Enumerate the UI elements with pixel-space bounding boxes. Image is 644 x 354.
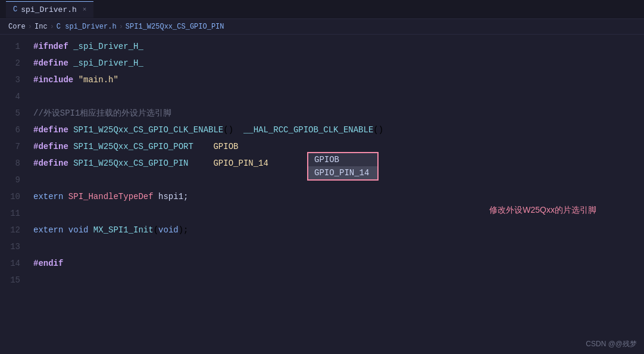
code-line-4: 4 (0, 88, 644, 105)
line-content-3: #include "main.h" (31, 72, 644, 88)
close-icon[interactable]: × (83, 6, 87, 13)
line-num-7: 7 (0, 138, 31, 155)
line-num-12: 12 (0, 222, 31, 238)
code-line-5: 5 //外设SPI1相应挂载的外设片选引脚 (0, 105, 644, 122)
code-line-14: 14 #endif (0, 255, 644, 272)
line-num-4: 4 (0, 88, 31, 105)
annotation-text: 修改外设W25Qxx的片选引脚 (489, 205, 596, 216)
line-num-2: 2 (0, 55, 31, 72)
code-line-15: 15 (0, 272, 644, 288)
line-content-10: extern SPI_HandleTypeDef hspi1; (31, 188, 644, 205)
line-num-5: 5 (0, 105, 31, 122)
line-num-3: 3 (0, 72, 31, 88)
code-editor: 1 #ifndef _spi_Driver_H_ 2 #define _spi_… (0, 35, 644, 354)
suggestion-dropdown[interactable]: GPIOB GPIO_PIN_14 (307, 152, 379, 181)
line-content-6: #define SPI1_W25Qxx_CS_GPIO_CLK_ENABLE()… (31, 122, 644, 138)
code-line-10: 10 extern SPI_HandleTypeDef hspi1; (0, 188, 644, 205)
code-line-13: 13 (0, 238, 644, 255)
breadcrumb-symbol[interactable]: SPI1_W25Qxx_CS_GPIO_PIN (126, 23, 224, 31)
breadcrumb-file[interactable]: C spi_Driver.h (57, 23, 117, 31)
breadcrumb-core[interactable]: Core (8, 23, 26, 31)
code-line-12: 12 extern void MX_SPI1_Init(void); (0, 222, 644, 238)
line-num-10: 10 (0, 188, 31, 205)
suggestion-item-gpiob[interactable]: GPIOB (308, 153, 377, 166)
breadcrumb-inc[interactable]: Inc (35, 23, 48, 31)
line-num-14: 14 (0, 255, 31, 272)
line-num-13: 13 (0, 238, 31, 255)
code-line-2: 2 #define _spi_Driver_H_ (0, 55, 644, 72)
code-line-3: 3 #include "main.h" (0, 72, 644, 88)
breadcrumb-sep-3: › (119, 23, 123, 31)
title-bar: C spi_Driver.h × (0, 0, 644, 19)
file-tab[interactable]: C spi_Driver.h × (6, 1, 93, 18)
tab-label: spi_Driver.h (21, 5, 77, 14)
line-num-1: 1 (0, 38, 31, 55)
line-content-5: //外设SPI1相应挂载的外设片选引脚 (31, 105, 644, 122)
line-num-11: 11 (0, 205, 31, 222)
line-content-14: #endif (31, 255, 644, 272)
code-line-6: 6 #define SPI1_W25Qxx_CS_GPIO_CLK_ENABLE… (0, 122, 644, 138)
line-content-2: #define _spi_Driver_H_ (31, 55, 644, 72)
breadcrumb-sep-2: › (50, 23, 54, 31)
line-content-1: #ifndef _spi_Driver_H_ (31, 38, 644, 55)
line-num-6: 6 (0, 122, 31, 138)
suggestion-item-gpio-pin[interactable]: GPIO_PIN_14 (308, 166, 377, 179)
breadcrumb: Core › Inc › C spi_Driver.h › SPI1_W25Qx… (0, 19, 644, 35)
line-num-8: 8 (0, 155, 31, 172)
breadcrumb-sep-1: › (28, 23, 32, 31)
line-num-15: 15 (0, 272, 31, 288)
line-num-9: 9 (0, 172, 31, 188)
file-icon: C (13, 5, 17, 14)
code-line-1: 1 #ifndef _spi_Driver_H_ (0, 38, 644, 55)
watermark: CSDN @@残梦 (586, 339, 637, 349)
line-content-12: extern void MX_SPI1_Init(void); (31, 222, 644, 238)
